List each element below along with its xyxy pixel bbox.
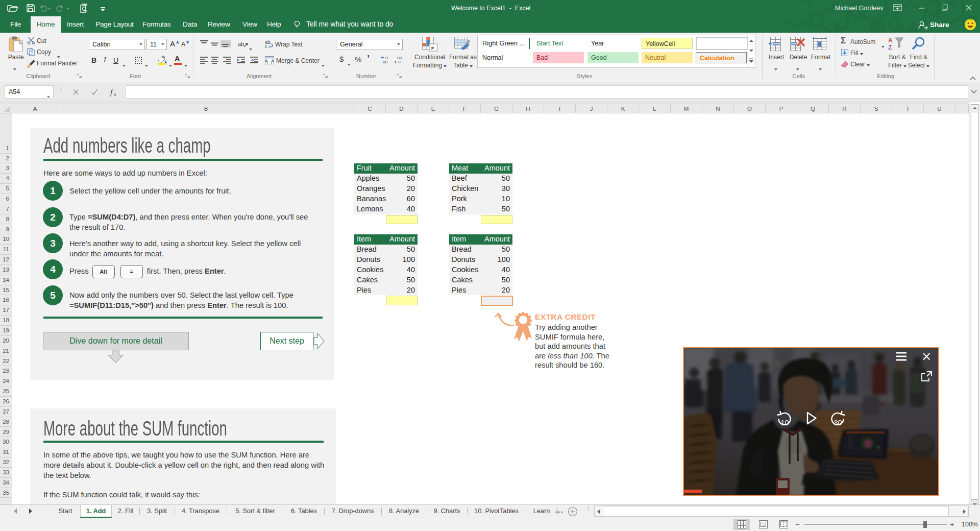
svg-text:Z: Z bbox=[888, 44, 892, 51]
svg-text:A: A bbox=[888, 37, 893, 44]
svg-text:≠: ≠ bbox=[431, 45, 434, 51]
svg-text:x: x bbox=[113, 91, 116, 96]
svg-text:.00: .00 bbox=[382, 60, 388, 64]
svg-text:ab: ab bbox=[238, 41, 244, 47]
svg-text:.0: .0 bbox=[397, 60, 401, 64]
svg-text:f: f bbox=[110, 88, 113, 96]
svg-text:c: c bbox=[265, 43, 267, 49]
